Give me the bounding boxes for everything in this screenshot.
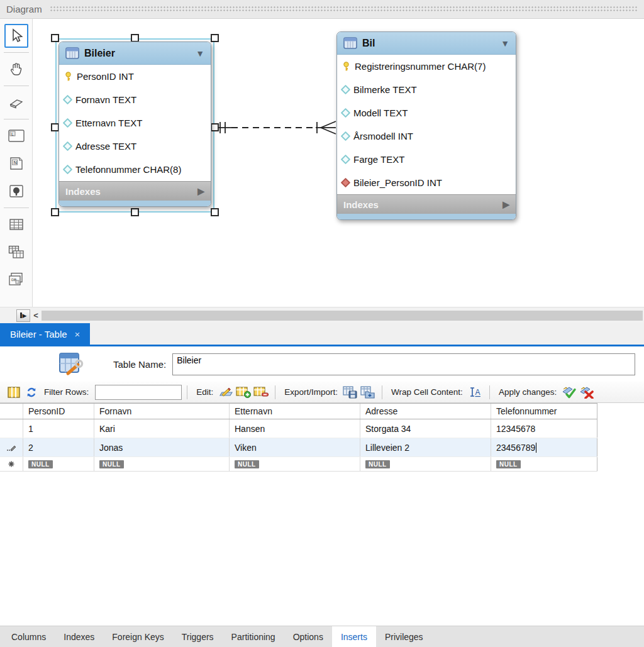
row-header[interactable] (0, 419, 23, 438)
er-column[interactable]: Etternavn TEXT (59, 111, 211, 135)
new-view-tool[interactable] (4, 240, 28, 264)
grid-cell[interactable]: 2 (23, 438, 94, 456)
selection-handle-e[interactable] (211, 123, 219, 131)
null-cell[interactable]: NULL (230, 457, 360, 471)
er-column[interactable]: Registreringsnummer CHAR(7) (337, 55, 516, 78)
grid-cell[interactable]: Viken (230, 438, 360, 456)
grid-cell-editing[interactable]: 23456789 (491, 438, 597, 456)
new-note-tool[interactable]: N (4, 152, 28, 175)
mysql-workbench-window: Diagram L N (0, 0, 644, 647)
edit-record-button[interactable] (217, 384, 235, 401)
sidebar-expand-button[interactable]: ▶ (16, 309, 30, 322)
tab-columns[interactable]: Columns (3, 626, 55, 647)
er-column[interactable]: Årsmodell INT (337, 124, 516, 148)
tab-triggers[interactable]: Triggers (173, 626, 223, 647)
indexes-section-bil[interactable]: Indexes ▶ (337, 194, 516, 214)
grid-row-1[interactable]: 1 Kari Hansen Storgata 34 12345678 (0, 419, 597, 438)
null-cell[interactable]: NULL (360, 457, 491, 471)
apply-changes-button[interactable] (560, 384, 578, 401)
grid-cell[interactable]: Kari (94, 419, 230, 438)
er-column[interactable]: Farge TEXT (337, 148, 516, 171)
diagram-canvas[interactable]: Bileier ▼ PersonID INT Fornavn TEXT Ette… (33, 19, 644, 307)
er-column[interactable]: Telefonnummer CHAR(8) (59, 158, 211, 181)
tab-bileier-table[interactable]: Bileier - Table × (0, 323, 90, 345)
scroll-left-arrow[interactable]: < (30, 311, 42, 320)
er-table-bileier-header[interactable]: Bileier ▼ (59, 42, 211, 65)
tab-close-icon[interactable]: × (75, 329, 80, 340)
hand-icon (9, 62, 24, 77)
column-header-fornavn[interactable]: Fornavn (94, 404, 230, 419)
columns-toggle-button[interactable] (5, 384, 23, 401)
null-badge: NULL (28, 460, 53, 468)
er-column[interactable]: PersonID INT (59, 65, 211, 88)
er-table-bileier[interactable]: Bileier ▼ PersonID INT Fornavn TEXT Ette… (58, 41, 211, 207)
collapse-arrow-icon[interactable]: ▼ (196, 48, 204, 58)
horizontal-scrollbar[interactable] (42, 311, 643, 321)
grid-cell[interactable]: Lilleveien 2 (360, 438, 491, 456)
eraser-tool[interactable] (4, 91, 28, 114)
table-name-input[interactable] (172, 353, 635, 375)
hand-pan-tool[interactable] (4, 57, 28, 81)
er-column[interactable]: Bilmerke TEXT (337, 78, 516, 101)
refresh-button[interactable] (23, 384, 40, 401)
row-header-new-marker[interactable] (0, 457, 23, 471)
grid-row-2-editing[interactable]: 2 Jonas Viken Lilleveien 2 23456789 (0, 438, 597, 457)
er-column[interactable]: Adresse TEXT (59, 135, 211, 158)
er-column[interactable]: Fornavn TEXT (59, 88, 211, 111)
delete-row-button[interactable] (252, 384, 270, 401)
er-column-label: Fornavn TEXT (75, 94, 136, 105)
insert-row-button[interactable] (235, 384, 252, 401)
er-column-foreign-key[interactable]: Bileier_PersonID INT (337, 171, 516, 194)
tab-partitioning[interactable]: Partitioning (223, 626, 284, 647)
column-header-adresse[interactable]: Adresse (360, 404, 491, 419)
table-figure-icon (65, 47, 79, 59)
select-pointer-tool[interactable] (4, 24, 28, 48)
selection-handle-s[interactable] (131, 208, 139, 216)
tab-foreign-keys[interactable]: Foreign Keys (103, 626, 172, 647)
grid-cell[interactable]: 1 (23, 419, 94, 438)
table-name-label: Table Name: (113, 359, 166, 370)
selection-handle-se[interactable] (211, 208, 219, 216)
filter-rows-input[interactable] (95, 385, 182, 400)
column-header-etternavn[interactable]: Etternavn (230, 404, 360, 419)
selection-handle-nw[interactable] (51, 34, 59, 42)
export-recordset-button[interactable] (341, 384, 359, 401)
tab-inserts[interactable]: Inserts (332, 626, 376, 647)
row-header-edit-marker[interactable] (0, 438, 23, 456)
tool-separator (4, 52, 29, 53)
import-recordset-button[interactable] (359, 384, 377, 401)
er-column[interactable]: Modell TEXT (337, 101, 516, 124)
revert-changes-button[interactable] (578, 384, 596, 401)
grid-cell[interactable]: Storgata 34 (360, 419, 491, 438)
grid-cell[interactable]: 12345678 (491, 419, 597, 438)
wrap-cell-content-toggle[interactable]: A (467, 384, 484, 401)
null-cell[interactable]: NULL (491, 457, 597, 471)
null-cell[interactable]: NULL (94, 457, 230, 471)
refresh-icon (26, 387, 37, 398)
editor-tab-strip: Bileier - Table × (0, 323, 644, 345)
grid-cell[interactable]: Hansen (230, 419, 360, 438)
new-table-tool[interactable] (4, 213, 28, 236)
er-table-bil-header[interactable]: Bil ▼ (337, 32, 516, 55)
tab-privileges[interactable]: Privileges (376, 626, 432, 647)
null-cell[interactable]: NULL (23, 457, 94, 471)
grid-new-row[interactable]: NULL NULL NULL NULL NULL (0, 457, 597, 472)
column-header-telefonnummer[interactable]: Telefonnummer (491, 404, 597, 419)
tool-separator (4, 207, 29, 208)
grid-cell[interactable]: Jonas (94, 438, 230, 456)
er-table-bil[interactable]: Bil ▼ Registreringsnummer CHAR(7) Bilmer… (336, 31, 516, 220)
column-header-personid[interactable]: PersonID (23, 404, 94, 419)
selection-handle-ne[interactable] (211, 34, 219, 42)
selection-handle-sw[interactable] (51, 208, 59, 216)
table-editor-icon (58, 351, 86, 377)
new-layer-tool[interactable]: L (4, 124, 28, 148)
new-image-tool[interactable] (4, 179, 28, 203)
tab-indexes[interactable]: Indexes (55, 626, 103, 647)
null-badge: NULL (235, 460, 259, 468)
cursor-icon (9, 28, 23, 43)
er-column-label: Etternavn TEXT (75, 118, 142, 128)
indexes-section-bileier[interactable]: Indexes ▶ (59, 181, 211, 201)
tab-options[interactable]: Options (284, 626, 332, 647)
collapse-arrow-icon[interactable]: ▼ (501, 38, 509, 48)
new-routine-group-tool[interactable]: DB (4, 268, 28, 292)
